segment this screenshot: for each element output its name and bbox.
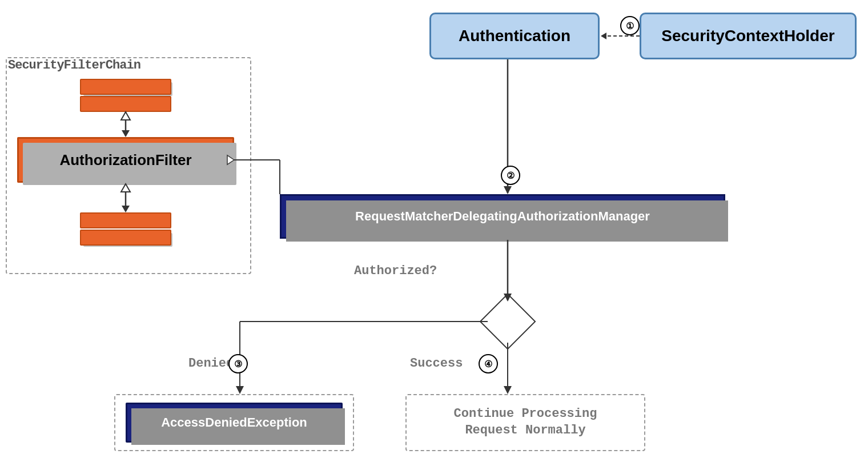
step-2-circle: ② xyxy=(501,166,520,185)
continue-processing-label: Continue ProcessingRequest Normally xyxy=(454,406,597,439)
diagram-container: SecurityFilterChain AuthorizationFilter … xyxy=(0,0,868,466)
step-3-circle: ③ xyxy=(228,354,248,373)
denied-label: Denied xyxy=(188,356,234,371)
request-matcher-label: RequestMatcherDelegatingAuthorizationMan… xyxy=(355,209,650,224)
filter-box-1 xyxy=(80,79,171,95)
security-context-holder-label: SecurityContextHolder xyxy=(661,27,834,45)
svg-marker-14 xyxy=(236,386,244,394)
authorization-filter-box: AuthorizationFilter xyxy=(17,137,234,183)
svg-marker-16 xyxy=(504,386,512,394)
decision-diamond xyxy=(480,294,536,350)
filter-box-4 xyxy=(80,230,171,246)
authorized-label: Authorized? xyxy=(354,264,437,278)
success-label: Success xyxy=(410,356,463,371)
filter-stack-top xyxy=(80,79,171,113)
continue-processing-container: Continue ProcessingRequest Normally xyxy=(405,394,645,451)
filter-stack-bottom xyxy=(80,212,171,247)
step-4-circle: ④ xyxy=(479,354,498,373)
authentication-label: Authentication xyxy=(459,27,570,45)
access-denied-label: AccessDeniedException xyxy=(161,415,307,430)
security-context-holder-box: SecurityContextHolder xyxy=(640,13,857,59)
access-denied-box: AccessDeniedException xyxy=(126,403,343,443)
step-1-circle: ① xyxy=(620,16,640,35)
svg-marker-1 xyxy=(601,33,606,39)
filter-box-3 xyxy=(80,212,171,228)
security-filter-chain-label: SecurityFilterChain xyxy=(8,58,140,73)
authentication-box: Authentication xyxy=(429,13,600,59)
svg-marker-9 xyxy=(504,186,512,194)
request-matcher-box: RequestMatcherDelegatingAuthorizationMan… xyxy=(280,194,725,239)
access-denied-container: AccessDeniedException xyxy=(114,394,354,451)
filter-box-2 xyxy=(80,96,171,112)
authorization-filter-label: AuthorizationFilter xyxy=(59,151,191,169)
